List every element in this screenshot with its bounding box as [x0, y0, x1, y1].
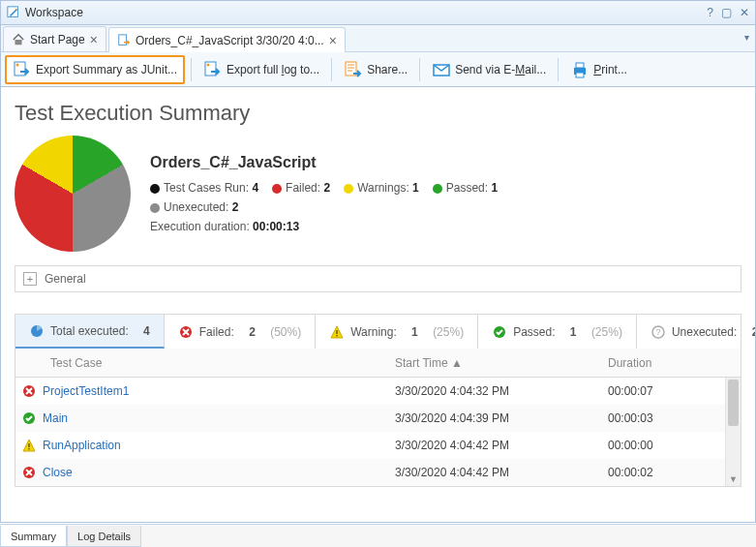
summary-row: Orders_C#_JavaScript Test Cases Run: 4 F… [15, 136, 741, 252]
duration: 00:00:00 [608, 439, 741, 452]
bottom-tabs: Summary Log Details [0, 524, 756, 547]
scroll-thumb[interactable] [728, 380, 739, 426]
document-icon [117, 34, 131, 47]
svg-rect-21 [28, 443, 29, 447]
app-icon [7, 6, 20, 19]
test-case-link[interactable]: Main [43, 411, 395, 425]
tab-start-page[interactable]: Start Page × [3, 26, 106, 51]
filter-failed[interactable]: Failed: 2 (50%) [165, 315, 316, 349]
duration: 00:00:07 [608, 384, 741, 398]
warning-icon [329, 324, 345, 340]
start-time: 3/30/2020 4:04:42 PM [395, 466, 608, 479]
svg-rect-22 [28, 448, 29, 449]
share-button[interactable]: Share... [338, 55, 413, 84]
toolbar: Export Summary as JUnit... Export full l… [0, 52, 756, 87]
button-label: Print... [593, 63, 627, 76]
filter-warning[interactable]: Warning: 1 (25%) [316, 315, 478, 349]
svg-rect-10 [576, 63, 584, 68]
duration: 00:00:03 [608, 411, 741, 425]
status-warning-icon [15, 439, 43, 452]
button-label: Export Summary as JUnit... [36, 63, 177, 76]
document-tabs: Start Page × Orders_C#_JavaScript 3/30/2… [0, 25, 756, 52]
share-icon [344, 60, 363, 79]
general-section-header[interactable]: + General [15, 265, 741, 292]
col-start-time[interactable]: Start Time ▲ [395, 356, 608, 370]
print-button[interactable]: Print... [564, 55, 633, 84]
filter-tabs: Total executed: 4 Failed: 2 (50%) Warnin… [15, 314, 741, 349]
page-title: Test Execution Summary [15, 101, 741, 126]
table-header: Test Case Start Time ▲ Duration [15, 349, 741, 378]
results-pie-chart [15, 136, 131, 252]
close-icon[interactable]: ✕ [740, 6, 749, 19]
test-case-link[interactable]: Close [43, 466, 395, 479]
col-test-case[interactable]: Test Case [15, 356, 395, 370]
table-row[interactable]: ProjectTestItem13/30/2020 4:04:32 PM00:0… [15, 378, 741, 405]
svg-rect-5 [205, 62, 216, 76]
start-time: 3/30/2020 4:04:32 PM [395, 384, 608, 398]
stat-unexecuted: Unexecuted: 2 [150, 200, 238, 214]
tab-active-log[interactable]: Orders_C#_JavaScript 3/30/20 4:0... × [108, 27, 346, 52]
test-case-link[interactable]: RunApplication [43, 439, 395, 452]
bottom-tab-log-details[interactable]: Log Details [67, 526, 141, 547]
filter-total[interactable]: Total executed: 4 [15, 315, 165, 349]
test-case-link[interactable]: ProjectTestItem1 [43, 384, 395, 398]
section-label: General [45, 272, 86, 286]
table-row[interactable]: RunApplication3/30/2020 4:04:42 PM00:00:… [15, 432, 741, 459]
export-icon [203, 60, 223, 79]
svg-rect-3 [15, 62, 25, 76]
project-name: Orders_C#_JavaScript [150, 154, 741, 171]
table-row[interactable]: Close3/30/2020 4:04:42 PM00:00:02 [15, 459, 741, 486]
svg-rect-11 [576, 73, 584, 77]
svg-rect-15 [336, 335, 337, 336]
print-icon [570, 60, 590, 79]
toolbar-separator [191, 58, 192, 81]
tab-overflow-icon[interactable]: ▾ [744, 32, 749, 43]
export-junit-button[interactable]: Export Summary as JUnit... [5, 55, 185, 84]
pie-icon [29, 323, 45, 339]
send-email-button[interactable]: Send via E-Mail... [426, 55, 552, 84]
stat-failed: Failed: 2 [272, 181, 330, 195]
status-failed-icon [15, 384, 43, 398]
help-icon[interactable]: ? [707, 6, 713, 19]
svg-point-4 [16, 63, 19, 66]
tab-close-icon[interactable]: × [329, 34, 337, 47]
export-log-button[interactable]: Export full log to... [197, 55, 325, 84]
table-row[interactable]: Main3/30/2020 4:04:39 PM00:00:03 [15, 405, 741, 432]
status-passed-icon [15, 411, 43, 425]
start-time: 3/30/2020 4:04:42 PM [395, 439, 608, 452]
execution-duration: Execution duration: 00:00:13 [150, 220, 741, 233]
button-label: Export full log to... [227, 63, 319, 76]
success-icon [492, 324, 507, 340]
scroll-down-icon[interactable]: ▼ [726, 472, 741, 486]
filter-unexecuted[interactable]: ? Unexecuted: 2 [637, 315, 756, 349]
svg-rect-0 [8, 7, 18, 17]
stat-run: Test Cases Run: 4 [150, 181, 258, 195]
button-label: Send via E-Mail... [455, 63, 546, 76]
window-title: Workspace [25, 6, 707, 19]
table-body: ProjectTestItem13/30/2020 4:04:32 PM00:0… [15, 378, 741, 487]
summary-text: Orders_C#_JavaScript Test Cases Run: 4 F… [150, 154, 741, 233]
button-label: Share... [367, 63, 408, 76]
vertical-scrollbar[interactable]: ▲ ▼ [725, 378, 741, 486]
error-icon [178, 324, 194, 340]
question-icon: ? [650, 324, 666, 340]
content-area: Test Execution Summary Orders_C#_JavaScr… [0, 87, 756, 523]
stat-passed: Passed: 1 [433, 181, 498, 195]
svg-rect-2 [119, 34, 127, 45]
export-icon [13, 60, 32, 79]
toolbar-separator [419, 58, 420, 81]
window-controls: ? ▢ ✕ [707, 6, 749, 19]
bottom-tab-summary[interactable]: Summary [0, 526, 67, 547]
status-failed-icon [15, 466, 43, 479]
col-duration[interactable]: Duration [608, 356, 741, 370]
toolbar-separator [558, 58, 559, 81]
duration: 00:00:02 [608, 466, 741, 479]
filter-passed[interactable]: Passed: 1 (25%) [478, 315, 637, 349]
maximize-icon[interactable]: ▢ [721, 6, 732, 19]
expand-icon[interactable]: + [23, 272, 37, 286]
svg-rect-1 [15, 40, 22, 45]
mail-icon [432, 60, 451, 79]
svg-text:?: ? [655, 327, 660, 337]
tab-close-icon[interactable]: × [90, 33, 98, 46]
toolbar-separator [331, 58, 332, 81]
